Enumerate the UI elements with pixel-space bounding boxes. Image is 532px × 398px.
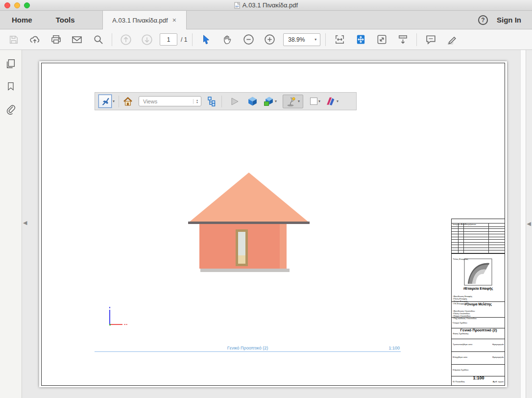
document-tab-label: A.03.1 Πινακίδα.pdf bbox=[112, 17, 168, 24]
fullscreen-icon[interactable] bbox=[373, 32, 390, 48]
email-icon[interactable] bbox=[68, 32, 86, 48]
page-number-input[interactable] bbox=[160, 33, 177, 46]
views-select-value: Views bbox=[139, 99, 193, 104]
cross-section-button[interactable]: ▾ bbox=[325, 96, 339, 106]
tab-tools[interactable]: Tools bbox=[44, 11, 87, 29]
page-thumbnails-icon[interactable] bbox=[5, 58, 16, 70]
rotate-3d-tool[interactable] bbox=[98, 95, 112, 108]
tab-home[interactable]: Home bbox=[0, 11, 44, 29]
company-title-label: Τίτλος Εταιρείας bbox=[453, 258, 468, 260]
zoom-out-icon[interactable] bbox=[240, 32, 257, 48]
sign-in-button[interactable]: Sign In bbox=[497, 16, 521, 24]
zoom-level-select[interactable]: 38.9% ▾ bbox=[283, 33, 320, 46]
acrobat-toolbar: / 1 38.9% ▾ bbox=[0, 29, 532, 50]
projection-button[interactable] bbox=[247, 96, 258, 106]
company-logo bbox=[452, 257, 505, 287]
close-window-button[interactable] bbox=[4, 2, 10, 8]
help-icon[interactable]: ? bbox=[478, 15, 488, 25]
play-icon bbox=[230, 97, 240, 106]
left-sidebar bbox=[0, 50, 22, 398]
zoom-window-button[interactable] bbox=[24, 2, 30, 8]
rotate-plane-icon bbox=[100, 97, 110, 106]
render-mode-dropdown-icon[interactable]: ▾ bbox=[275, 99, 277, 103]
lighting-dropdown-icon[interactable]: ▾ bbox=[298, 99, 300, 103]
zoom-in-icon[interactable] bbox=[261, 32, 278, 48]
revision-table: Κλάση Σελ. Όνομα Αλλαγής Ημερομηνία bbox=[452, 223, 505, 253]
modified-date-label: Ημερομηνία bbox=[483, 340, 504, 348]
lighting-button[interactable]: ▾ bbox=[283, 95, 303, 108]
hand-tool-icon[interactable] bbox=[218, 32, 236, 48]
save-icon[interactable] bbox=[5, 32, 23, 48]
comment-icon[interactable] bbox=[422, 32, 439, 48]
render-mode-icon bbox=[264, 96, 274, 106]
pdf-doc-icon bbox=[234, 2, 240, 9]
play-animation-button[interactable] bbox=[230, 97, 240, 106]
model-tree-button[interactable] bbox=[207, 96, 218, 106]
modified-by-label: Τροποποιήθηκε από bbox=[453, 344, 472, 346]
page-total-label: / 1 bbox=[181, 36, 187, 43]
axis-indicator bbox=[106, 306, 128, 329]
3d-toolbar: ▾ Views ▴▾ bbox=[95, 92, 357, 110]
search-icon[interactable] bbox=[89, 32, 107, 48]
render-mode-button[interactable]: ▾ bbox=[264, 96, 277, 106]
document-area: ◀ Ιστορικό Αναθεωρήσεων Κλάση Σελ. Όνομα… bbox=[0, 50, 532, 398]
fit-page-icon[interactable] bbox=[352, 32, 369, 48]
traffic-lights bbox=[4, 2, 30, 8]
fit-width-icon[interactable] bbox=[331, 32, 348, 48]
window-title-text: A.03.1 Πινακίδα.pdf bbox=[242, 1, 298, 9]
checked-date-label: Ημερομηνία bbox=[483, 352, 504, 361]
view-title: Γενικό Προοπτικό (2) bbox=[95, 346, 401, 350]
scale-label: Κλίμακα Σχεδίου bbox=[453, 369, 468, 371]
views-select[interactable]: Views ▴▾ bbox=[139, 96, 201, 106]
pdf-page: Ιστορικό Αναθεωρήσεων Κλάση Σελ. Όνομα Α… bbox=[39, 61, 507, 387]
highlight-pen-icon[interactable] bbox=[443, 32, 460, 48]
revision-header: Ιστορικό Αναθεωρήσεων bbox=[453, 224, 476, 225]
sheet-id-label: ID Πινακίδας bbox=[453, 381, 465, 383]
background-color-button[interactable]: ▾ bbox=[310, 98, 320, 105]
project-no-label: Αριθ. έργου bbox=[484, 377, 504, 385]
document-tab[interactable]: A.03.1 Πινακίδα.pdf × bbox=[102, 11, 187, 29]
sheet-name-label: Όνομα Σχεδίου bbox=[453, 322, 467, 324]
previous-page-icon[interactable] bbox=[117, 32, 135, 48]
bookmarks-icon[interactable] bbox=[6, 80, 16, 92]
window-titlebar: A.03.1 Πινακίδα.pdf bbox=[0, 0, 532, 11]
title-block: Ιστορικό Αναθεωρήσεων Κλάση Σελ. Όνομα Α… bbox=[451, 219, 505, 385]
views-spinner-icon[interactable]: ▴▾ bbox=[193, 99, 201, 104]
cross-section-icon bbox=[325, 96, 336, 106]
checked-by-label: Ελέγχθηκε από bbox=[453, 356, 467, 358]
scrollbar-track[interactable] bbox=[520, 50, 526, 398]
attachments-icon[interactable] bbox=[5, 103, 16, 116]
model-tree-icon bbox=[207, 96, 218, 106]
select-tool-icon[interactable] bbox=[197, 32, 215, 48]
project-name: #Όνομα Μελέτης bbox=[452, 301, 505, 306]
phase-label: Φάση Σχεδίασης bbox=[453, 333, 469, 335]
view-title-bar: Γενικό Προοπτικό (2) 1:100 bbox=[95, 344, 401, 352]
background-color-swatch bbox=[310, 98, 317, 105]
house-3d-render[interactable] bbox=[188, 172, 310, 273]
default-view-home-button[interactable] bbox=[123, 97, 133, 106]
lamp-icon bbox=[286, 96, 297, 107]
next-page-icon[interactable] bbox=[138, 32, 156, 48]
hide-toolbar-icon[interactable] bbox=[394, 32, 411, 48]
view-scale: 1:100 bbox=[388, 346, 400, 350]
cross-section-dropdown-icon[interactable]: ▾ bbox=[337, 99, 339, 103]
zoom-dropdown-icon: ▾ bbox=[311, 37, 320, 42]
tab-bar: Home Tools A.03.1 Πινακίδα.pdf × ? Sign … bbox=[0, 11, 532, 29]
tools-pane-expand-icon[interactable]: ◀ bbox=[527, 221, 531, 227]
background-dropdown-icon[interactable]: ▾ bbox=[318, 99, 320, 103]
minimize-window-button[interactable] bbox=[14, 2, 20, 8]
tab-close-icon[interactable]: × bbox=[172, 17, 176, 24]
print-icon[interactable] bbox=[47, 32, 65, 48]
rotate-dropdown-icon[interactable]: ▾ bbox=[113, 99, 115, 103]
window-title: A.03.1 Πινακίδα.pdf bbox=[234, 1, 298, 9]
sidebar-collapse-icon[interactable]: ◀ bbox=[23, 220, 27, 226]
share-upload-icon[interactable] bbox=[26, 32, 44, 48]
zoom-level-value: 38.9% bbox=[284, 36, 311, 43]
company-name: #Εταιρεία Επαφής bbox=[452, 287, 505, 292]
home-icon bbox=[123, 97, 133, 106]
cube-icon bbox=[247, 96, 258, 106]
